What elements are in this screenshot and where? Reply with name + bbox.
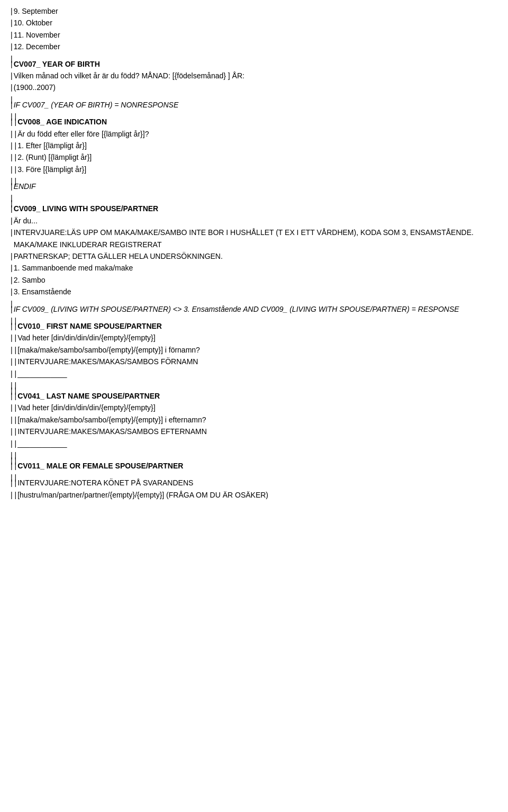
line-l17: | | bbox=[11, 175, 497, 181]
pipe-indicator: | | bbox=[11, 151, 16, 163]
pipe-indicator: | | bbox=[11, 164, 16, 175]
line-text: CV041_ LAST NAME SPOUSE/PARTNER bbox=[17, 390, 497, 402]
line-text: 10. Oktober bbox=[14, 17, 497, 29]
line-l5: | bbox=[11, 53, 497, 58]
line-text: PARTNERSKAP; DETTA GÄLLER HELA UNDERSÖKN… bbox=[14, 250, 497, 262]
line-text: 11. November bbox=[14, 29, 497, 41]
line-l48: | | [hustru/man/partner/partner/{empty}/… bbox=[11, 489, 497, 501]
pipe-indicator: | | bbox=[11, 477, 16, 489]
pipe-indicator: | bbox=[11, 262, 13, 274]
pipe-indicator: | bbox=[11, 29, 13, 41]
line-text: CV011_ MALE OR FEMALE SPOUSE/PARTNER bbox=[17, 460, 497, 472]
line-l1: | 9. September bbox=[11, 5, 497, 17]
line-text: 2. Sambo bbox=[14, 274, 497, 286]
line-text: ENDIF bbox=[14, 181, 497, 192]
pipe-indicator: | bbox=[11, 286, 13, 297]
line-text: Är du född efter eller före [{lämpligt å… bbox=[17, 128, 497, 140]
line-l23: | INTERVJUARE:LÄS UPP OM MAKA/MAKE/SAMBO… bbox=[11, 227, 497, 250]
line-l20: | bbox=[11, 197, 497, 203]
pipe-indicator: | bbox=[11, 5, 13, 17]
line-l25: | 1. Sammanboende med maka/make bbox=[11, 262, 497, 274]
line-l47: | | INTERVJUARE:NOTERA KÖNET PÅ SVARANDE… bbox=[11, 477, 497, 489]
pipe-indicator: | bbox=[11, 303, 13, 315]
line-l40: | | [maka/make/sambo/sambo/{empty}/{empt… bbox=[11, 414, 497, 426]
line-text: CV008_ AGE INDICATION bbox=[17, 116, 497, 128]
pipe-indicator: | bbox=[11, 227, 13, 238]
line-l46: | | bbox=[11, 472, 497, 477]
line-l3: | 11. November bbox=[11, 29, 497, 41]
line-text: [maka/make/sambo/sambo/{empty}/{empty}] … bbox=[17, 414, 497, 426]
line-l35: | | ____________ bbox=[11, 368, 497, 380]
line-l32: | | Vad heter [din/din/din/din/{empty}/{… bbox=[11, 332, 497, 344]
pipe-indicator: | bbox=[11, 58, 13, 70]
line-l42: | | ____________ bbox=[11, 438, 497, 449]
line-l41: | | INTERVJUARE:MAKES/MAKAS/SAMBOS EFTER… bbox=[11, 426, 497, 437]
pipe-indicator: | bbox=[11, 82, 13, 93]
pipe-indicator: | | bbox=[11, 489, 16, 501]
pipe-indicator: | bbox=[11, 41, 13, 52]
line-l12: | | CV008_ AGE INDICATION bbox=[11, 116, 497, 128]
line-l27: | 3. Ensamstående bbox=[11, 286, 497, 297]
line-l4: | 12. December bbox=[11, 41, 497, 52]
pipe-indicator: | bbox=[11, 274, 13, 286]
line-text: IF CV007_ (YEAR OF BIRTH) = NONRESPONSE bbox=[14, 99, 497, 111]
pipe-indicator: | bbox=[11, 17, 13, 29]
pipe-indicator: | bbox=[11, 250, 13, 262]
pipe-indicator: | | bbox=[11, 426, 16, 437]
line-text: IF CV009_ (LIVING WITH SPOUSE/PARTNER) <… bbox=[14, 303, 497, 315]
pipe-indicator: | | bbox=[11, 414, 16, 426]
line-text: INTERVJUARE:LÄS UPP OM MAKA/MAKE/SAMBO I… bbox=[14, 227, 497, 250]
pipe-indicator: | bbox=[11, 99, 13, 111]
line-l31: | | CV010_ FIRST NAME SPOUSE/PARTNER bbox=[11, 320, 497, 332]
pipe-indicator: | | bbox=[11, 368, 16, 380]
line-text: 9. September bbox=[14, 5, 497, 17]
line-l33: | | [maka/make/sambo/sambo/{empty}/{empt… bbox=[11, 344, 497, 356]
pipe-indicator: | | bbox=[11, 356, 16, 367]
pipe-indicator: | | bbox=[11, 116, 16, 128]
line-l36: | | bbox=[11, 380, 497, 385]
line-l13: | | Är du född efter eller före [{lämpli… bbox=[11, 128, 497, 140]
line-l21: | CV009_ LIVING WITH SPOUSE/PARTNER bbox=[11, 203, 497, 214]
line-text: ____________ bbox=[17, 438, 497, 449]
line-text: 2. (Runt) [{lämpligt år}] bbox=[17, 151, 497, 163]
line-l39: | | Vad heter [din/din/din/din/{empty}/{… bbox=[11, 402, 497, 413]
line-l7: | Vilken månad och vilket år är du född?… bbox=[11, 70, 497, 82]
line-l30: | | bbox=[11, 315, 497, 320]
pipe-indicator: | | bbox=[11, 390, 16, 402]
pipe-indicator: | | bbox=[11, 128, 16, 140]
line-text: Är du... bbox=[14, 215, 497, 227]
line-l18: | ENDIF bbox=[11, 181, 497, 192]
line-l8: | (1900..2007) bbox=[11, 82, 497, 93]
line-text: ____________ bbox=[17, 368, 497, 380]
line-l15: | | 2. (Runt) [{lämpligt år}] bbox=[11, 151, 497, 163]
line-text: CV010_ FIRST NAME SPOUSE/PARTNER bbox=[17, 320, 497, 332]
line-l43: | | bbox=[11, 449, 497, 455]
line-text: CV007_ YEAR OF BIRTH bbox=[14, 58, 497, 70]
line-l44: | | bbox=[11, 455, 497, 460]
pipe-indicator: | bbox=[11, 203, 13, 214]
line-l11: | | bbox=[11, 111, 497, 116]
line-text: INTERVJUARE:NOTERA KÖNET PÅ SVARANDENS bbox=[17, 477, 497, 489]
line-l19: | bbox=[11, 192, 497, 197]
pipe-indicator: | bbox=[11, 215, 13, 227]
line-text: INTERVJUARE:MAKES/MAKAS/SAMBOS EFTERNAMN bbox=[17, 426, 497, 437]
line-text: [maka/make/sambo/sambo/{empty}/{empty}] … bbox=[17, 344, 497, 356]
pipe-indicator: | | bbox=[11, 140, 16, 151]
line-l6: | CV007_ YEAR OF BIRTH bbox=[11, 58, 497, 70]
pipe-indicator: | bbox=[11, 181, 13, 192]
pipe-indicator: | | bbox=[11, 344, 16, 356]
line-text: 3. Före [{lämpligt år}] bbox=[17, 164, 497, 175]
line-l29: | IF CV009_ (LIVING WITH SPOUSE/PARTNER)… bbox=[11, 303, 497, 315]
line-l9: | bbox=[11, 94, 497, 99]
line-l14: | | 1. Efter [{lämpligt år}] bbox=[11, 140, 497, 151]
line-text: INTERVJUARE:MAKES/MAKAS/SAMBOS FÖRNAMN bbox=[17, 356, 497, 367]
line-text: Vad heter [din/din/din/din/{empty}/{empt… bbox=[17, 402, 497, 413]
pipe-indicator: | bbox=[11, 70, 13, 82]
line-text: Vad heter [din/din/din/din/{empty}/{empt… bbox=[17, 332, 497, 344]
line-text: CV009_ LIVING WITH SPOUSE/PARTNER bbox=[14, 203, 497, 214]
line-l22: | Är du... bbox=[11, 215, 497, 227]
line-l37: | | bbox=[11, 385, 497, 390]
line-l10: | IF CV007_ (YEAR OF BIRTH) = NONRESPONS… bbox=[11, 99, 497, 111]
line-text: 12. December bbox=[14, 41, 497, 52]
line-l28: | bbox=[11, 298, 497, 303]
